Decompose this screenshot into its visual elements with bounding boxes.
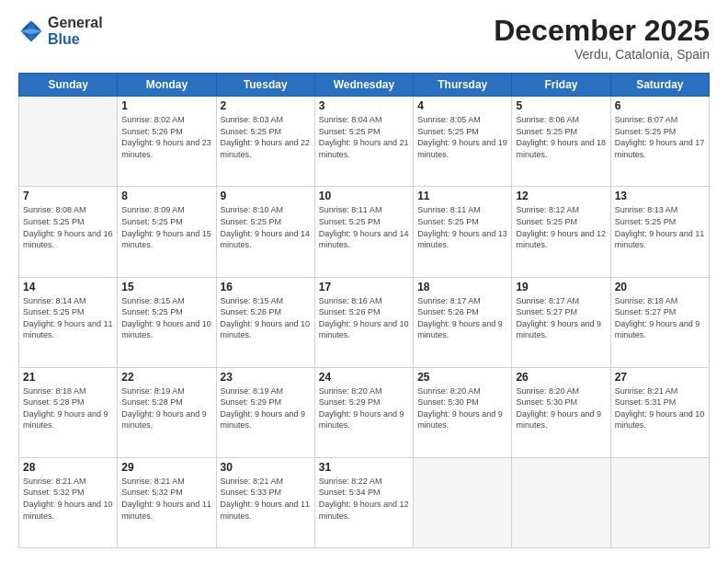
calendar-cell: 12Sunrise: 8:12 AM Sunset: 5:25 PM Dayli… bbox=[512, 187, 610, 277]
day-info: Sunrise: 8:21 AM Sunset: 5:32 PM Dayligh… bbox=[23, 476, 113, 522]
day-info: Sunrise: 8:19 AM Sunset: 5:29 PM Dayligh… bbox=[221, 385, 311, 431]
weekday-header-monday: Monday bbox=[118, 74, 216, 97]
day-info: Sunrise: 8:07 AM Sunset: 5:25 PM Dayligh… bbox=[615, 114, 705, 160]
calendar-cell: 19Sunrise: 8:17 AM Sunset: 5:27 PM Dayli… bbox=[512, 277, 610, 367]
calendar-cell: 28Sunrise: 8:21 AM Sunset: 5:32 PM Dayli… bbox=[19, 457, 118, 547]
day-info: Sunrise: 8:09 AM Sunset: 5:25 PM Dayligh… bbox=[121, 204, 211, 250]
calendar-cell: 8Sunrise: 8:09 AM Sunset: 5:25 PM Daylig… bbox=[118, 187, 216, 277]
calendar-cell: 5Sunrise: 8:06 AM Sunset: 5:25 PM Daylig… bbox=[512, 97, 610, 187]
day-info: Sunrise: 8:17 AM Sunset: 5:27 PM Dayligh… bbox=[516, 295, 606, 341]
day-number: 23 bbox=[221, 371, 311, 384]
day-info: Sunrise: 8:14 AM Sunset: 5:25 PM Dayligh… bbox=[23, 295, 113, 341]
day-number: 18 bbox=[417, 281, 507, 293]
calendar-cell: 10Sunrise: 8:11 AM Sunset: 5:25 PM Dayli… bbox=[314, 187, 413, 277]
day-number: 24 bbox=[319, 371, 409, 384]
day-info: Sunrise: 8:13 AM Sunset: 5:25 PM Dayligh… bbox=[615, 204, 705, 250]
day-number: 7 bbox=[23, 190, 113, 202]
logo-general-text: General bbox=[48, 15, 103, 31]
day-info: Sunrise: 8:06 AM Sunset: 5:25 PM Dayligh… bbox=[516, 114, 606, 160]
calendar-cell bbox=[19, 97, 118, 187]
week-row-1: 7Sunrise: 8:08 AM Sunset: 5:25 PM Daylig… bbox=[19, 187, 710, 277]
day-number: 10 bbox=[319, 190, 409, 202]
day-number: 28 bbox=[23, 461, 113, 474]
day-info: Sunrise: 8:22 AM Sunset: 5:34 PM Dayligh… bbox=[319, 476, 409, 522]
week-row-3: 21Sunrise: 8:18 AM Sunset: 5:28 PM Dayli… bbox=[19, 367, 710, 457]
calendar-cell: 18Sunrise: 8:17 AM Sunset: 5:26 PM Dayli… bbox=[414, 277, 512, 367]
day-info: Sunrise: 8:21 AM Sunset: 5:33 PM Dayligh… bbox=[221, 476, 311, 522]
weekday-header-saturday: Saturday bbox=[610, 74, 709, 97]
day-number: 16 bbox=[221, 281, 311, 293]
calendar-cell: 22Sunrise: 8:19 AM Sunset: 5:28 PM Dayli… bbox=[118, 367, 216, 457]
day-number: 1 bbox=[121, 99, 211, 112]
week-row-0: 1Sunrise: 8:02 AM Sunset: 5:26 PM Daylig… bbox=[19, 97, 710, 187]
calendar-cell: 15Sunrise: 8:15 AM Sunset: 5:25 PM Dayli… bbox=[118, 277, 216, 367]
day-info: Sunrise: 8:12 AM Sunset: 5:25 PM Dayligh… bbox=[516, 204, 606, 250]
calendar-cell: 29Sunrise: 8:21 AM Sunset: 5:32 PM Dayli… bbox=[118, 457, 216, 547]
day-number: 19 bbox=[516, 281, 606, 293]
day-info: Sunrise: 8:18 AM Sunset: 5:28 PM Dayligh… bbox=[23, 385, 113, 431]
logo-blue-text: Blue bbox=[48, 31, 103, 48]
day-info: Sunrise: 8:10 AM Sunset: 5:25 PM Dayligh… bbox=[221, 204, 311, 250]
day-number: 25 bbox=[417, 371, 507, 384]
calendar-cell bbox=[414, 457, 512, 547]
day-info: Sunrise: 8:20 AM Sunset: 5:30 PM Dayligh… bbox=[516, 385, 606, 431]
day-number: 26 bbox=[516, 371, 606, 384]
calendar-cell: 31Sunrise: 8:22 AM Sunset: 5:34 PM Dayli… bbox=[314, 457, 413, 547]
calendar-cell bbox=[610, 457, 709, 547]
day-info: Sunrise: 8:11 AM Sunset: 5:25 PM Dayligh… bbox=[319, 204, 409, 250]
day-number: 20 bbox=[615, 281, 705, 293]
calendar-cell: 2Sunrise: 8:03 AM Sunset: 5:25 PM Daylig… bbox=[216, 97, 314, 187]
day-number: 17 bbox=[319, 281, 409, 293]
day-number: 14 bbox=[23, 281, 113, 293]
weekday-header-thursday: Thursday bbox=[414, 74, 512, 97]
calendar-cell: 24Sunrise: 8:20 AM Sunset: 5:29 PM Dayli… bbox=[314, 367, 413, 457]
day-number: 3 bbox=[319, 99, 409, 112]
month-title: December 2025 bbox=[494, 15, 710, 47]
logo-icon bbox=[18, 18, 44, 44]
calendar-cell bbox=[512, 457, 610, 547]
day-number: 12 bbox=[516, 190, 606, 202]
day-info: Sunrise: 8:11 AM Sunset: 5:25 PM Dayligh… bbox=[417, 204, 507, 250]
day-number: 15 bbox=[121, 281, 211, 293]
calendar-cell: 27Sunrise: 8:21 AM Sunset: 5:31 PM Dayli… bbox=[610, 367, 709, 457]
calendar-cell: 16Sunrise: 8:15 AM Sunset: 5:26 PM Dayli… bbox=[216, 277, 314, 367]
calendar-cell: 26Sunrise: 8:20 AM Sunset: 5:30 PM Dayli… bbox=[512, 367, 610, 457]
day-info: Sunrise: 8:20 AM Sunset: 5:29 PM Dayligh… bbox=[319, 385, 409, 431]
day-number: 8 bbox=[121, 190, 211, 202]
day-info: Sunrise: 8:05 AM Sunset: 5:25 PM Dayligh… bbox=[417, 114, 507, 160]
week-row-2: 14Sunrise: 8:14 AM Sunset: 5:25 PM Dayli… bbox=[19, 277, 710, 367]
logo-text: General Blue bbox=[48, 15, 103, 47]
day-info: Sunrise: 8:08 AM Sunset: 5:25 PM Dayligh… bbox=[23, 204, 113, 250]
day-number: 22 bbox=[121, 371, 211, 384]
day-info: Sunrise: 8:02 AM Sunset: 5:26 PM Dayligh… bbox=[121, 114, 211, 160]
header: General Blue December 2025 Verdu, Catalo… bbox=[18, 15, 710, 62]
day-info: Sunrise: 8:04 AM Sunset: 5:25 PM Dayligh… bbox=[319, 114, 409, 160]
calendar-cell: 21Sunrise: 8:18 AM Sunset: 5:28 PM Dayli… bbox=[19, 367, 118, 457]
day-number: 13 bbox=[615, 190, 705, 202]
weekday-header-row: SundayMondayTuesdayWednesdayThursdayFrid… bbox=[19, 74, 710, 97]
calendar-cell: 14Sunrise: 8:14 AM Sunset: 5:25 PM Dayli… bbox=[19, 277, 118, 367]
weekday-header-sunday: Sunday bbox=[19, 74, 118, 97]
calendar-cell: 9Sunrise: 8:10 AM Sunset: 5:25 PM Daylig… bbox=[216, 187, 314, 277]
day-info: Sunrise: 8:19 AM Sunset: 5:28 PM Dayligh… bbox=[121, 385, 211, 431]
weekday-header-wednesday: Wednesday bbox=[314, 74, 413, 97]
calendar-cell: 7Sunrise: 8:08 AM Sunset: 5:25 PM Daylig… bbox=[19, 187, 118, 277]
logo: General Blue bbox=[18, 15, 103, 47]
day-number: 31 bbox=[319, 461, 409, 474]
day-info: Sunrise: 8:15 AM Sunset: 5:25 PM Dayligh… bbox=[121, 295, 211, 341]
day-number: 5 bbox=[516, 99, 606, 112]
weekday-header-friday: Friday bbox=[512, 74, 610, 97]
location: Verdu, Catalonia, Spain bbox=[494, 47, 710, 62]
calendar-cell: 30Sunrise: 8:21 AM Sunset: 5:33 PM Dayli… bbox=[216, 457, 314, 547]
day-info: Sunrise: 8:21 AM Sunset: 5:32 PM Dayligh… bbox=[121, 476, 211, 522]
calendar-cell: 13Sunrise: 8:13 AM Sunset: 5:25 PM Dayli… bbox=[610, 187, 709, 277]
day-number: 6 bbox=[615, 99, 705, 112]
day-number: 30 bbox=[221, 461, 311, 474]
calendar-cell: 23Sunrise: 8:19 AM Sunset: 5:29 PM Dayli… bbox=[216, 367, 314, 457]
calendar: SundayMondayTuesdayWednesdayThursdayFrid… bbox=[18, 73, 710, 548]
calendar-cell: 1Sunrise: 8:02 AM Sunset: 5:26 PM Daylig… bbox=[118, 97, 216, 187]
calendar-cell: 25Sunrise: 8:20 AM Sunset: 5:30 PM Dayli… bbox=[414, 367, 512, 457]
day-number: 11 bbox=[417, 190, 507, 202]
day-info: Sunrise: 8:20 AM Sunset: 5:30 PM Dayligh… bbox=[417, 385, 507, 431]
day-info: Sunrise: 8:18 AM Sunset: 5:27 PM Dayligh… bbox=[615, 295, 705, 341]
